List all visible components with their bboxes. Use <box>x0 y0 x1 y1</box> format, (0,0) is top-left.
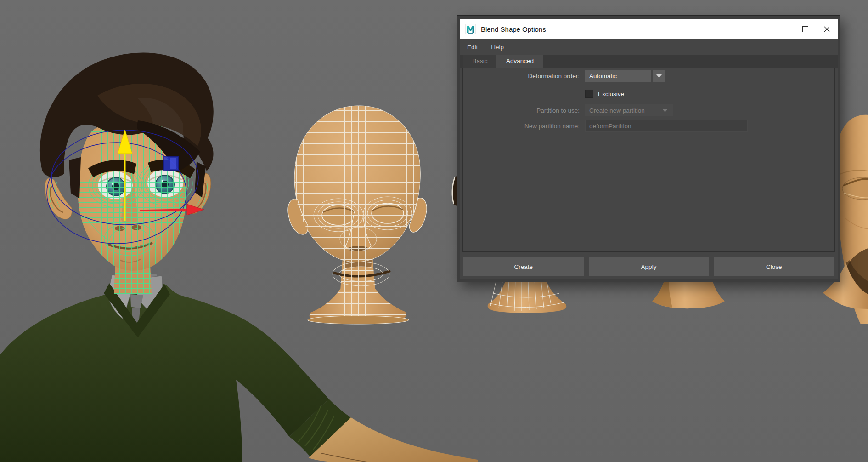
maximize-icon <box>802 26 808 32</box>
deformation-order-label: Deformation order: <box>463 73 580 80</box>
pedestal-base-rim <box>308 316 409 324</box>
minimize-icon <box>781 29 787 29</box>
apply-button[interactable]: Apply <box>589 257 709 276</box>
deformation-order-dropdown-button[interactable] <box>653 70 665 82</box>
create-button[interactable]: Create <box>463 257 584 276</box>
dropdown-arrow-icon <box>656 74 662 78</box>
deformation-order-dropdown[interactable]: Automatic <box>585 70 651 82</box>
exclusive-checkbox[interactable] <box>585 90 593 98</box>
menu-help[interactable]: Help <box>491 44 504 51</box>
partition-to-use-row: Partition to use: Create new partition <box>463 104 834 116</box>
maya-logo-icon <box>465 24 476 34</box>
deformation-order-row: Deformation order: Automatic <box>463 70 834 82</box>
dialog-tabstrip: Basic Advanced <box>460 55 838 68</box>
close-icon <box>824 26 830 32</box>
menu-edit[interactable]: Edit <box>467 44 478 51</box>
minimize-button[interactable] <box>773 19 795 39</box>
selection-handle-box[interactable] <box>164 157 178 170</box>
maya-application: Blend Shape Options Edit Help Basic Adva… <box>0 0 868 462</box>
partition-to-use-label: Partition to use: <box>463 107 580 114</box>
window-titlebar[interactable]: Blend Shape Options <box>460 19 838 39</box>
tab-basic[interactable]: Basic <box>463 55 496 68</box>
dialog-button-bar: Create Apply Close <box>463 257 834 276</box>
advanced-tab-panel: Deformation order: Automatic Exclusive P… <box>462 68 835 252</box>
tab-advanced[interactable]: Advanced <box>496 55 543 68</box>
partition-to-use-dropdown: Create new partition <box>585 104 673 116</box>
close-button[interactable] <box>816 19 838 39</box>
dropdown-arrow-icon-disabled <box>662 109 668 112</box>
exclusive-label: Exclusive <box>598 91 624 97</box>
new-partition-name-label: New partition name: <box>463 123 580 130</box>
new-partition-name-field: deformPartition <box>585 120 748 132</box>
maximize-button[interactable] <box>795 19 816 39</box>
dialog-menubar: Edit Help <box>460 39 838 55</box>
new-partition-name-row: New partition name: deformPartition <box>463 120 834 132</box>
blend-shape-options-window[interactable]: Blend Shape Options Edit Help Basic Adva… <box>457 16 840 282</box>
exclusive-row: Exclusive <box>463 90 834 98</box>
close-dialog-button[interactable]: Close <box>714 257 834 276</box>
window-title: Blend Shape Options <box>481 25 546 33</box>
